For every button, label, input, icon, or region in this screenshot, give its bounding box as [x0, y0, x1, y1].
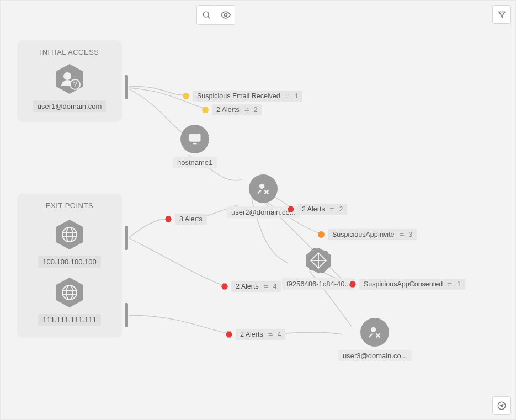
- exit-ip-node[interactable]: 100.100.100.100: [17, 217, 122, 268]
- severity-hex-red: [288, 206, 294, 212]
- search-button[interactable]: [197, 6, 216, 24]
- swap-icon: [243, 107, 251, 113]
- event-label: 3 Alerts: [179, 215, 203, 223]
- severity-hex-red: [226, 331, 232, 338]
- graph-toolbar: [196, 5, 235, 25]
- event-label: 2 Alerts: [302, 205, 325, 213]
- user3-label: user3@domain.co...: [338, 350, 412, 361]
- user3-node[interactable]: user3@domain.co...: [338, 318, 412, 361]
- filter-button[interactable]: [492, 5, 511, 24]
- user-investigate-icon: [256, 181, 271, 196]
- event-suspicious-email[interactable]: Suspicious Email Received 1: [183, 91, 302, 102]
- swap-icon: [284, 93, 291, 99]
- user-unknown-icon: ?: [52, 62, 87, 96]
- initial-access-title: INITIAL ACCESS: [17, 48, 122, 56]
- panel-connector: [125, 226, 128, 250]
- event-count: 2: [339, 205, 343, 213]
- event-count: 4: [278, 331, 281, 338]
- event-app-invite[interactable]: SuspiciousAppInvite 3: [318, 229, 417, 240]
- severity-dot-yellow: [202, 107, 209, 113]
- exit-points-title: EXIT POINTS: [17, 201, 122, 210]
- exit-ip-node[interactable]: 111.111.111.111: [17, 275, 122, 326]
- event-app-consented[interactable]: SuspiciousAppConsented 1: [349, 279, 465, 290]
- swap-icon: [398, 231, 406, 238]
- swap-icon: [446, 281, 454, 288]
- event-label: SuspiciousAppConsented: [364, 280, 443, 288]
- svg-point-2: [224, 14, 227, 17]
- initial-user-label[interactable]: user1@domain.com: [33, 100, 107, 112]
- swap-icon: [262, 283, 270, 290]
- event-label: SuspiciousAppInvite: [332, 231, 395, 238]
- event-label: 2 Alerts: [216, 106, 240, 114]
- svg-marker-13: [56, 278, 83, 307]
- svg-rect-18: [189, 134, 201, 142]
- event-label: 2 Alerts: [240, 331, 263, 338]
- severity-hex-red: [349, 281, 356, 288]
- severity-hex-red: [221, 283, 228, 290]
- svg-marker-8: [56, 220, 83, 249]
- event-2alerts-b[interactable]: 2 Alerts 2: [288, 204, 347, 215]
- event-3alerts[interactable]: 3 Alerts: [165, 214, 207, 225]
- svg-point-0: [203, 12, 209, 17]
- globe-icon: [52, 275, 87, 310]
- event-2alerts-d[interactable]: 2 Alerts 4: [226, 329, 285, 340]
- panel-connector: [125, 303, 128, 327]
- svg-text:?: ?: [73, 81, 77, 88]
- svg-rect-19: [193, 143, 197, 144]
- panel-connector: [125, 75, 128, 99]
- user-investigate-icon: [367, 325, 382, 340]
- eye-icon: [220, 9, 231, 20]
- severity-hex-red: [165, 216, 172, 222]
- view-button[interactable]: [216, 6, 235, 24]
- event-count: 3: [409, 231, 413, 238]
- event-label: 2 Alerts: [236, 283, 259, 290]
- event-count: 4: [273, 283, 277, 290]
- event-count: 2: [254, 106, 258, 114]
- event-2alerts-a[interactable]: 2 Alerts 2: [202, 104, 262, 115]
- initial-access-panel: INITIAL ACCESS ? user1@domain.com: [17, 40, 122, 122]
- svg-point-25: [371, 327, 376, 332]
- exit-ip-label: 100.100.100.100: [38, 256, 101, 268]
- event-count: 1: [457, 280, 461, 288]
- host-node[interactable]: hostname1: [173, 125, 217, 168]
- svg-line-1: [208, 16, 210, 18]
- svg-point-20: [259, 184, 264, 189]
- swap-icon: [267, 331, 274, 338]
- swap-icon: [328, 206, 336, 212]
- event-label: Suspicious Email Received: [197, 92, 280, 100]
- exit-ip-label: 111.111.111.111: [38, 314, 101, 326]
- event-2alerts-c[interactable]: 2 Alerts 4: [221, 281, 281, 292]
- severity-dot-yellow: [183, 93, 189, 99]
- host-label: hostname1: [173, 157, 217, 168]
- recenter-button[interactable]: [492, 396, 511, 415]
- app-hex-icon: [304, 245, 333, 276]
- filter-icon: [497, 10, 507, 19]
- event-count: 1: [295, 92, 299, 100]
- monitor-icon: [187, 131, 203, 147]
- compass-icon: [497, 401, 507, 411]
- search-icon: [202, 10, 211, 20]
- app-label: f9256486-1c84-40...: [282, 278, 355, 290]
- severity-dot-orange: [318, 231, 325, 238]
- app-node[interactable]: f9256486-1c84-40...: [282, 246, 355, 290]
- exit-points-panel: EXIT POINTS 100.100.100.100 111.111.111.…: [17, 194, 122, 338]
- svg-point-5: [63, 72, 71, 80]
- globe-icon: [52, 217, 87, 252]
